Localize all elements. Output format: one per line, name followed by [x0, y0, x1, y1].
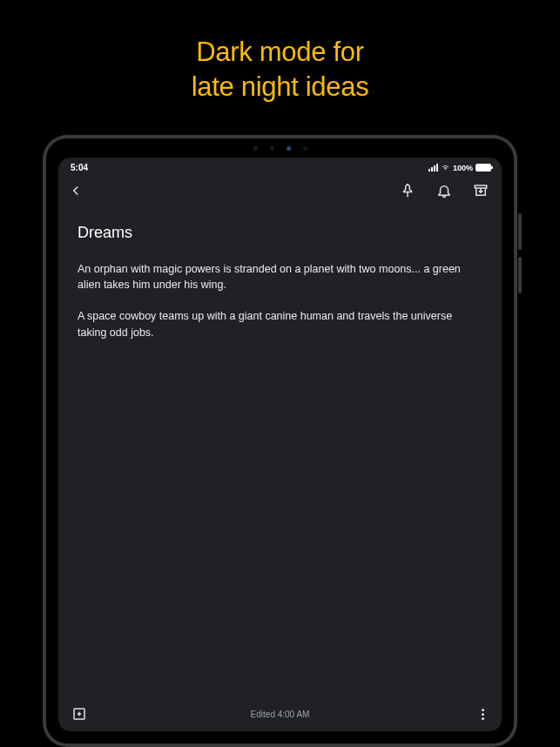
marketing-headline: Dark mode for late night ideas — [0, 0, 560, 123]
edited-timestamp: Edited 4:00 AM — [251, 710, 310, 719]
cellular-signal-icon — [428, 164, 438, 172]
headline-line-2: late night ideas — [0, 70, 560, 104]
archive-icon — [473, 183, 489, 199]
status-right: 100% — [428, 162, 491, 173]
note-body[interactable]: An orphan with magic powers is stranded … — [78, 261, 482, 340]
clock: 5:04 — [71, 163, 88, 172]
volume-up-button — [518, 213, 522, 250]
bell-icon — [436, 183, 452, 199]
headline-line-1: Dark mode for — [0, 35, 560, 70]
battery-percent: 100% — [453, 164, 473, 172]
camera-sensors — [253, 146, 307, 151]
status-bar: 5:04 100% — [58, 158, 502, 175]
bottom-toolbar: Edited 4:00 AM — [58, 698, 502, 731]
toolbar — [58, 175, 502, 208]
screen: 5:04 100% — [58, 158, 502, 731]
wifi-icon — [441, 162, 450, 173]
chevron-left-icon — [68, 183, 84, 199]
add-box-icon — [71, 706, 87, 722]
reminder-button[interactable] — [435, 182, 453, 199]
pin-button[interactable] — [399, 182, 416, 199]
more-vertical-icon — [482, 709, 484, 711]
volume-down-button — [518, 257, 522, 293]
note-title[interactable]: Dreams — [78, 224, 482, 242]
note-editor[interactable]: Dreams An orphan with magic powers is st… — [58, 208, 502, 698]
battery-icon — [476, 164, 491, 172]
tablet-bezel: 5:04 100% — [46, 138, 514, 744]
pin-icon — [400, 183, 415, 199]
add-button[interactable] — [71, 705, 88, 723]
svg-rect-0 — [475, 185, 487, 188]
more-menu-button[interactable] — [476, 707, 489, 721]
archive-button[interactable] — [472, 182, 489, 199]
back-button[interactable] — [67, 182, 84, 199]
tablet-frame: 5:04 100% — [43, 135, 517, 747]
